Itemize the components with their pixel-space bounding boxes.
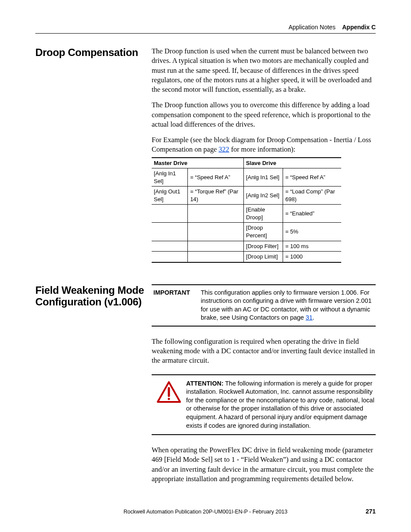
droop-p2: The Droop function allows you to overcom… [152,100,376,129]
important-text: This configuration applies only to firmw… [201,289,376,322]
important-label: IMPORTANT [152,289,201,322]
table-row: [Droop Filter] = 100 ms [152,241,341,252]
table-row: [Anlg In1 Sel] = “Speed Ref A” [Anlg In1… [152,168,341,187]
svg-point-2 [168,398,170,400]
page-header: Application Notes Appendix C [35,24,376,34]
section-droop: Droop Compensation The Droop function is… [35,47,376,263]
warning-icon [152,380,186,403]
body-field-weakening: IMPORTANT This configuration applies onl… [152,284,376,490]
attention-label: ATTENTION: [186,380,224,387]
droop-p3: For Example (see the block diagram for D… [152,135,376,155]
fw-p2: When operating the PowerFlex DC drive in… [152,445,376,484]
th-slave: Slave Drive [244,158,341,168]
table-row: [Droop Percent] = 5% [152,223,341,241]
section-field-weakening: Field Weakening Mode Configuration (v1.0… [35,284,376,490]
attention-text: ATTENTION: The following information is … [186,380,376,430]
th-master: Master Drive [152,158,244,168]
droop-table: Master Drive Slave Drive [Anlg In1 Sel] … [152,157,341,263]
body-droop: The Droop function is used when the curr… [152,47,376,263]
page-number: 271 [350,508,376,515]
header-appendix: Appendix C [342,24,376,31]
table-row: [Anlg Out1 Sel] = “Torque Ref” (Par 14) … [152,187,341,205]
publication-info: Rockwell Automation Publication 20P-UM00… [61,509,350,515]
page-footer: Rockwell Automation Publication 20P-UM00… [35,508,376,515]
header-section: Application Notes [289,24,336,31]
attention-callout: ATTENTION: The following information is … [152,374,376,435]
heading-field-weakening: Field Weakening Mode Configuration (v1.0… [35,284,152,308]
link-page-322[interactable]: 322 [218,145,229,153]
important-callout: IMPORTANT This configuration applies onl… [152,284,376,327]
heading-droop: Droop Compensation [35,47,152,59]
droop-p1: The Droop function is used when the curr… [152,47,376,94]
fw-p1: The following configuration is required … [152,337,376,366]
table-header-row: Master Drive Slave Drive [152,158,341,168]
link-page-31[interactable]: 31 [305,314,312,321]
table-row: [Enable Droop] = “Enabled” [152,205,341,223]
table-row: [Droop Limit] = 1000 [152,252,341,262]
